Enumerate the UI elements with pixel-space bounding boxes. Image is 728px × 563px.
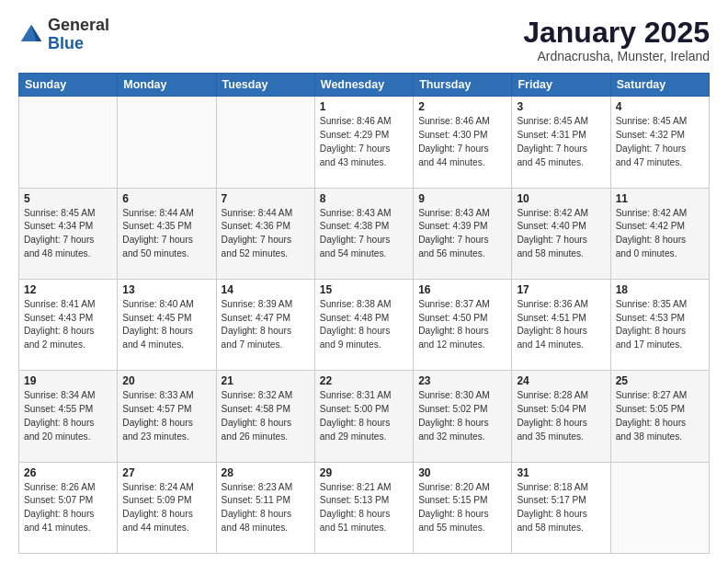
day-number: 3 [517, 100, 605, 113]
logo-blue-text: Blue [48, 34, 84, 52]
day-info: Sunrise: 8:43 AM Sunset: 4:39 PM Dayligh… [418, 207, 506, 261]
day-cell: 17Sunrise: 8:36 AM Sunset: 4:51 PM Dayli… [512, 279, 610, 370]
day-info: Sunrise: 8:30 AM Sunset: 5:02 PM Dayligh… [418, 389, 506, 443]
weekday-header-row: SundayMondayTuesdayWednesdayThursdayFrid… [19, 74, 710, 97]
day-info: Sunrise: 8:44 AM Sunset: 4:35 PM Dayligh… [122, 207, 210, 261]
day-cell: 9Sunrise: 8:43 AM Sunset: 4:39 PM Daylig… [414, 188, 512, 279]
day-cell: 7Sunrise: 8:44 AM Sunset: 4:36 PM Daylig… [216, 188, 314, 279]
week-row-3: 12Sunrise: 8:41 AM Sunset: 4:43 PM Dayli… [19, 279, 710, 370]
weekday-header-wednesday: Wednesday [314, 74, 413, 97]
weekday-header-saturday: Saturday [610, 74, 709, 97]
page: General Blue January 2025 Ardnacrusha, M… [0, 0, 728, 563]
day-number: 30 [418, 466, 506, 479]
week-row-1: 1Sunrise: 8:46 AM Sunset: 4:29 PM Daylig… [19, 97, 710, 188]
calendar-table: SundayMondayTuesdayWednesdayThursdayFrid… [18, 73, 710, 554]
day-number: 23 [418, 374, 506, 387]
weekday-header-thursday: Thursday [414, 74, 512, 97]
day-info: Sunrise: 8:43 AM Sunset: 4:38 PM Dayligh… [320, 207, 408, 261]
day-number: 28 [222, 466, 310, 479]
day-number: 29 [320, 466, 408, 479]
day-cell: 20Sunrise: 8:33 AM Sunset: 4:57 PM Dayli… [118, 371, 216, 462]
day-info: Sunrise: 8:24 AM Sunset: 5:09 PM Dayligh… [122, 481, 210, 535]
day-cell: 5Sunrise: 8:45 AM Sunset: 4:34 PM Daylig… [19, 188, 118, 279]
day-number: 10 [517, 192, 605, 205]
week-row-4: 19Sunrise: 8:34 AM Sunset: 4:55 PM Dayli… [19, 371, 710, 462]
day-number: 22 [320, 374, 408, 387]
day-cell [216, 97, 314, 188]
day-cell: 24Sunrise: 8:28 AM Sunset: 5:04 PM Dayli… [512, 371, 610, 462]
day-number: 18 [616, 283, 704, 296]
day-number: 11 [616, 192, 704, 205]
day-info: Sunrise: 8:21 AM Sunset: 5:13 PM Dayligh… [320, 481, 408, 535]
day-info: Sunrise: 8:39 AM Sunset: 4:47 PM Dayligh… [222, 298, 310, 352]
day-info: Sunrise: 8:41 AM Sunset: 4:43 PM Dayligh… [24, 298, 112, 352]
day-cell: 11Sunrise: 8:42 AM Sunset: 4:42 PM Dayli… [610, 188, 709, 279]
day-number: 1 [320, 100, 408, 113]
header: General Blue January 2025 Ardnacrusha, M… [18, 17, 710, 63]
day-cell: 6Sunrise: 8:44 AM Sunset: 4:35 PM Daylig… [118, 188, 216, 279]
day-cell: 4Sunrise: 8:45 AM Sunset: 4:32 PM Daylig… [610, 97, 709, 188]
day-cell: 16Sunrise: 8:37 AM Sunset: 4:50 PM Dayli… [414, 279, 512, 370]
day-info: Sunrise: 8:27 AM Sunset: 5:05 PM Dayligh… [616, 389, 704, 443]
day-info: Sunrise: 8:20 AM Sunset: 5:15 PM Dayligh… [418, 481, 506, 535]
day-number: 7 [222, 192, 310, 205]
day-cell: 2Sunrise: 8:46 AM Sunset: 4:30 PM Daylig… [414, 97, 512, 188]
week-row-2: 5Sunrise: 8:45 AM Sunset: 4:34 PM Daylig… [19, 188, 710, 279]
day-cell [19, 97, 118, 188]
day-info: Sunrise: 8:46 AM Sunset: 4:30 PM Dayligh… [418, 115, 506, 169]
day-info: Sunrise: 8:36 AM Sunset: 4:51 PM Dayligh… [517, 298, 605, 352]
day-cell [610, 462, 709, 553]
day-info: Sunrise: 8:42 AM Sunset: 4:42 PM Dayligh… [616, 207, 704, 261]
day-number: 9 [418, 192, 506, 205]
day-cell: 22Sunrise: 8:31 AM Sunset: 5:00 PM Dayli… [314, 371, 413, 462]
day-number: 8 [320, 192, 408, 205]
day-number: 21 [222, 374, 310, 387]
day-cell: 3Sunrise: 8:45 AM Sunset: 4:31 PM Daylig… [512, 97, 610, 188]
day-number: 25 [616, 374, 704, 387]
weekday-header-sunday: Sunday [19, 74, 118, 97]
day-info: Sunrise: 8:32 AM Sunset: 4:58 PM Dayligh… [222, 389, 310, 443]
day-cell [118, 97, 216, 188]
day-info: Sunrise: 8:46 AM Sunset: 4:29 PM Dayligh… [320, 115, 408, 169]
day-cell: 26Sunrise: 8:26 AM Sunset: 5:07 PM Dayli… [19, 462, 118, 553]
logo-general-text: General [48, 16, 109, 34]
day-number: 5 [24, 192, 112, 205]
title-block: January 2025 Ardnacrusha, Munster, Irela… [523, 17, 710, 63]
day-cell: 18Sunrise: 8:35 AM Sunset: 4:53 PM Dayli… [610, 279, 709, 370]
day-cell: 13Sunrise: 8:40 AM Sunset: 4:45 PM Dayli… [118, 279, 216, 370]
day-info: Sunrise: 8:45 AM Sunset: 4:32 PM Dayligh… [616, 115, 704, 169]
day-number: 12 [24, 283, 112, 296]
day-info: Sunrise: 8:33 AM Sunset: 4:57 PM Dayligh… [122, 389, 210, 443]
day-cell: 1Sunrise: 8:46 AM Sunset: 4:29 PM Daylig… [314, 97, 413, 188]
weekday-header-tuesday: Tuesday [216, 74, 314, 97]
day-number: 4 [616, 100, 704, 113]
day-cell: 31Sunrise: 8:18 AM Sunset: 5:17 PM Dayli… [512, 462, 610, 553]
day-info: Sunrise: 8:26 AM Sunset: 5:07 PM Dayligh… [24, 481, 112, 535]
day-info: Sunrise: 8:45 AM Sunset: 4:31 PM Dayligh… [517, 115, 605, 169]
day-cell: 8Sunrise: 8:43 AM Sunset: 4:38 PM Daylig… [314, 188, 413, 279]
day-cell: 29Sunrise: 8:21 AM Sunset: 5:13 PM Dayli… [314, 462, 413, 553]
week-row-5: 26Sunrise: 8:26 AM Sunset: 5:07 PM Dayli… [19, 462, 710, 553]
day-cell: 10Sunrise: 8:42 AM Sunset: 4:40 PM Dayli… [512, 188, 610, 279]
day-info: Sunrise: 8:28 AM Sunset: 5:04 PM Dayligh… [517, 389, 605, 443]
day-cell: 28Sunrise: 8:23 AM Sunset: 5:11 PM Dayli… [216, 462, 314, 553]
day-cell: 23Sunrise: 8:30 AM Sunset: 5:02 PM Dayli… [414, 371, 512, 462]
day-cell: 27Sunrise: 8:24 AM Sunset: 5:09 PM Dayli… [118, 462, 216, 553]
day-number: 6 [122, 192, 210, 205]
day-cell: 25Sunrise: 8:27 AM Sunset: 5:05 PM Dayli… [610, 371, 709, 462]
day-number: 19 [24, 374, 112, 387]
day-number: 14 [222, 283, 310, 296]
calendar-subtitle: Ardnacrusha, Munster, Ireland [523, 49, 710, 63]
day-info: Sunrise: 8:35 AM Sunset: 4:53 PM Dayligh… [616, 298, 704, 352]
day-number: 13 [122, 283, 210, 296]
day-number: 16 [418, 283, 506, 296]
day-cell: 21Sunrise: 8:32 AM Sunset: 4:58 PM Dayli… [216, 371, 314, 462]
day-number: 15 [320, 283, 408, 296]
weekday-header-friday: Friday [512, 74, 610, 97]
logo: General Blue [18, 17, 109, 53]
day-cell: 14Sunrise: 8:39 AM Sunset: 4:47 PM Dayli… [216, 279, 314, 370]
day-number: 24 [517, 374, 605, 387]
day-info: Sunrise: 8:45 AM Sunset: 4:34 PM Dayligh… [24, 207, 112, 261]
day-info: Sunrise: 8:44 AM Sunset: 4:36 PM Dayligh… [222, 207, 310, 261]
day-number: 2 [418, 100, 506, 113]
